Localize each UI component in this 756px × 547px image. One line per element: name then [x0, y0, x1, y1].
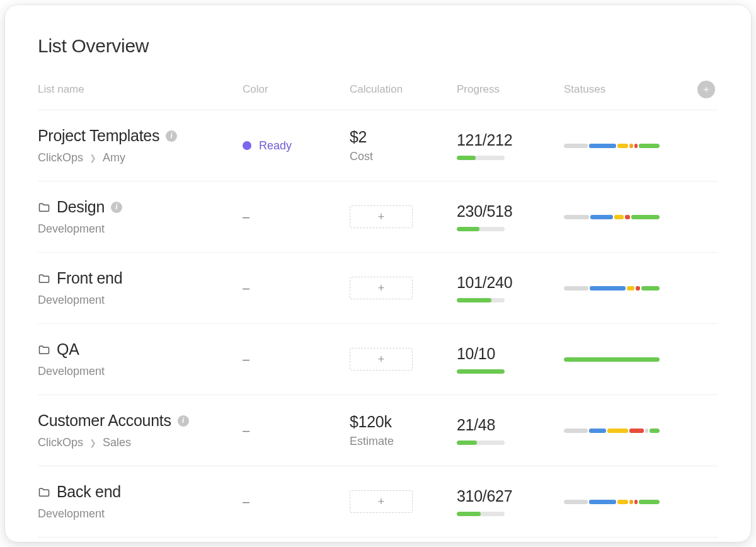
status-bar [564, 286, 660, 291]
breadcrumb-item[interactable]: ClickOps [38, 151, 83, 164]
breadcrumb-item[interactable]: Development [38, 294, 105, 307]
breadcrumb: ClickOps❯Sales [38, 436, 243, 449]
info-icon[interactable]: i [111, 202, 122, 213]
breadcrumb-item[interactable]: Development [38, 365, 105, 378]
statuses-cell[interactable] [564, 357, 690, 362]
status-segment [589, 429, 606, 433]
table-row[interactable]: Front endDevelopment–+101/240 [38, 253, 718, 324]
progress-cell: 230/518 [457, 202, 564, 231]
status-segment [617, 144, 628, 148]
calculation-label: Cost [350, 150, 457, 163]
breadcrumb-item[interactable]: Sales [103, 436, 131, 449]
col-color[interactable]: Color [243, 83, 350, 96]
status-segment [590, 286, 626, 291]
status-segment [607, 429, 628, 433]
col-statuses[interactable]: Statuses [564, 83, 690, 96]
info-icon[interactable]: i [166, 130, 177, 142]
progress-text: 21/48 [457, 416, 564, 434]
table-row[interactable]: Project TemplatesiClickOps❯AmyReady$2Cos… [38, 110, 718, 181]
calculation-cell: $120kEstimate [350, 413, 457, 448]
status-segment [617, 500, 628, 504]
table-row[interactable]: Customer AccountsiClickOps❯Sales–$120kEs… [38, 395, 718, 466]
breadcrumb: Development [38, 507, 243, 521]
status-bar [564, 144, 660, 148]
list-name[interactable]: Design [57, 198, 105, 216]
status-segment [589, 144, 616, 148]
color-cell[interactable]: – [243, 423, 350, 438]
status-segment [639, 144, 660, 148]
folder-icon [38, 201, 50, 214]
color-cell[interactable]: Ready [243, 139, 350, 153]
status-segment [634, 500, 638, 504]
color-dot [243, 141, 251, 150]
add-calculation-button[interactable]: + [350, 205, 413, 228]
breadcrumb: Development [38, 294, 243, 307]
status-segment [645, 429, 649, 433]
status-segment [641, 286, 660, 291]
progress-cell: 10/10 [457, 345, 564, 374]
progress-text: 310/627 [457, 487, 564, 505]
table-row[interactable]: QADevelopment–+10/10 [38, 324, 718, 395]
color-cell[interactable]: – [243, 210, 350, 224]
folder-icon [38, 343, 50, 356]
col-progress[interactable]: Progress [457, 83, 564, 96]
status-segment [639, 500, 660, 504]
progress-text: 230/518 [457, 202, 564, 221]
progress-bar [457, 440, 505, 445]
status-segment [564, 215, 589, 219]
statuses-cell[interactable] [564, 144, 690, 148]
progress-text: 121/212 [457, 131, 564, 149]
breadcrumb-item[interactable]: Amy [103, 151, 125, 164]
statuses-cell[interactable] [564, 500, 690, 504]
list-name[interactable]: Back end [57, 483, 121, 501]
status-segment [625, 215, 631, 219]
status-segment [564, 144, 588, 148]
color-label: Ready [259, 139, 292, 153]
calculation-value: $120k [350, 413, 457, 431]
list-name[interactable]: QA [57, 340, 79, 359]
status-segment [564, 500, 588, 504]
add-calculation-button[interactable]: + [350, 490, 413, 513]
add-calculation-button[interactable]: + [350, 348, 413, 371]
table-header: List name Color Calculation Progress Sta… [38, 81, 718, 110]
color-cell[interactable]: – [243, 352, 350, 367]
breadcrumb: Development [38, 365, 243, 378]
status-segment [631, 215, 660, 219]
breadcrumb-item[interactable]: ClickOps [38, 436, 83, 449]
page-title: List Overview [38, 35, 718, 57]
status-segment [634, 144, 638, 148]
color-cell[interactable]: – [243, 281, 350, 296]
statuses-cell[interactable] [564, 215, 690, 219]
statuses-cell[interactable] [564, 286, 690, 291]
empty-dash: – [243, 281, 249, 296]
empty-dash: – [243, 352, 249, 367]
list-name[interactable]: Front end [57, 269, 122, 287]
list-name[interactable]: Project Templates [38, 127, 159, 145]
name-cell: QADevelopment [38, 340, 243, 378]
empty-dash: – [243, 495, 249, 509]
plus-icon [702, 85, 711, 94]
breadcrumb-item[interactable]: Development [38, 507, 105, 521]
status-bar [564, 215, 660, 219]
chevron-right-icon: ❯ [89, 153, 96, 163]
table-row[interactable]: DesigniDevelopment–+230/518 [38, 181, 718, 253]
col-list-name[interactable]: List name [38, 83, 243, 96]
color-cell[interactable]: – [243, 495, 350, 509]
col-calculation[interactable]: Calculation [350, 83, 457, 96]
info-icon[interactable]: i [178, 415, 189, 427]
add-calculation-button[interactable]: + [350, 277, 413, 299]
add-column-button[interactable] [697, 81, 715, 98]
chevron-right-icon: ❯ [89, 438, 96, 447]
breadcrumb-item[interactable]: Development [38, 222, 105, 236]
status-segment [629, 144, 633, 148]
progress-bar [457, 227, 505, 231]
progress-bar [457, 298, 505, 302]
list-name[interactable]: Customer Accounts [38, 412, 171, 430]
statuses-cell[interactable] [564, 429, 690, 433]
list-overview-card: List Overview List name Color Calculatio… [5, 5, 751, 542]
status-segment [590, 215, 613, 219]
name-cell: Back endDevelopment [38, 483, 243, 521]
status-segment [629, 500, 633, 504]
table-row[interactable]: Back endDevelopment–+310/627 [38, 466, 718, 538]
name-cell: DesigniDevelopment [38, 198, 243, 236]
